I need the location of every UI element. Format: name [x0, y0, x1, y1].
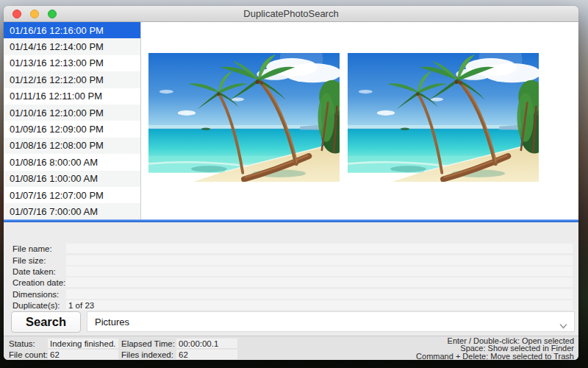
duplicate-date-list[interactable]: 01/16/16 12:16:00 PM 01/14/16 12:14:00 P…: [4, 22, 141, 219]
minimize-button[interactable]: [30, 10, 39, 18]
detail-label: Creation date:: [12, 278, 66, 287]
list-item[interactable]: 01/08/16 1:00:00 AM: [4, 171, 140, 187]
desktop-wallpaper: DuplicatePhotoSearch 01/16/16 12:16:00 P…: [0, 0, 588, 368]
traffic-lights: [12, 6, 57, 21]
detail-value-field: 1 of 23: [66, 300, 573, 310]
list-item[interactable]: 01/07/16 7:00:00 AM: [4, 203, 140, 219]
elapsed-time-value: 00:00:00.1: [176, 339, 237, 348]
files-indexed-label: Files indexed:: [121, 350, 173, 359]
duplicate-photo-left[interactable]: [148, 53, 340, 182]
elapsed-time-label: Elapsed Time:: [121, 339, 175, 348]
detail-label: File size:: [12, 256, 66, 265]
list-item[interactable]: 01/13/16 12:13:00 PM: [4, 55, 140, 71]
close-button[interactable]: [12, 10, 21, 18]
detail-value-field: [66, 255, 573, 265]
duplicate-photo-right[interactable]: [348, 53, 539, 182]
file-count-value: 62: [48, 350, 118, 359]
app-window: DuplicatePhotoSearch 01/16/16 12:16:00 P…: [4, 6, 578, 360]
files-indexed-value: 62: [176, 350, 237, 359]
keyboard-shortcuts-help: Enter / Double-click: Open selected Spac…: [416, 337, 574, 360]
folder-combobox-value: Pictures: [95, 316, 129, 328]
list-item[interactable]: 01/08/16 8:00:00 AM: [4, 154, 140, 170]
list-item[interactable]: 01/08/16 12:08:00 PM: [4, 138, 140, 154]
status-bar: Status: Indexing finished. Elapsed Time:…: [4, 336, 578, 360]
status-label: Status:: [9, 339, 35, 348]
list-item[interactable]: 01/09/16 12:09:00 PM: [4, 121, 140, 137]
list-item[interactable]: 01/11/16 12:11:00 PM: [4, 88, 140, 105]
status-value: Indexing finished.: [48, 339, 118, 348]
list-item[interactable]: 01/07/16 12:07:00 PM: [4, 187, 140, 203]
title-bar[interactable]: DuplicatePhotoSearch: [4, 6, 578, 22]
detail-row-file-name: File name:: [12, 244, 573, 253]
list-item[interactable]: 01/10/16 12:10:00 PM: [4, 105, 140, 121]
detail-label: Date taken:: [12, 267, 66, 276]
list-item[interactable]: 01/14/16 12:14:00 PM: [4, 38, 140, 54]
detail-row-dimensions: Dimensions:: [12, 289, 573, 299]
main-area: 01/16/16 12:16:00 PM 01/14/16 12:14:00 P…: [4, 22, 578, 219]
detail-label: File name:: [12, 244, 66, 253]
detail-row-creation-date: Creation date:: [12, 277, 573, 287]
shortcut-trash: Command + Delete: Move selected to Trash: [416, 353, 574, 360]
file-count-label: File count:: [9, 350, 48, 359]
detail-row-date-taken: Date taken:: [12, 266, 573, 276]
list-item[interactable]: 01/16/16 12:16:00 PM: [4, 22, 140, 38]
chevron-down-icon[interactable]: [559, 320, 567, 331]
detail-value-field: [66, 266, 573, 276]
list-item[interactable]: 01/12/16 12:12:00 PM: [4, 71, 140, 88]
zoom-button[interactable]: [48, 10, 57, 18]
detail-value-field: [66, 244, 573, 253]
details-panel: File name: File size: Date taken: Creati…: [4, 222, 578, 311]
detail-row-file-size: File size:: [12, 255, 573, 265]
detail-row-duplicates: Duplicate(s): 1 of 23: [12, 300, 573, 310]
search-button[interactable]: Search: [11, 311, 81, 333]
detail-value-field: [66, 289, 573, 299]
detail-label: Duplicate(s):: [12, 301, 66, 310]
detail-value-field: [66, 277, 573, 287]
folder-combobox[interactable]: Pictures: [87, 311, 575, 332]
detail-label: Dimensions:: [12, 290, 66, 299]
window-title: DuplicatePhotoSearch: [243, 8, 338, 19]
